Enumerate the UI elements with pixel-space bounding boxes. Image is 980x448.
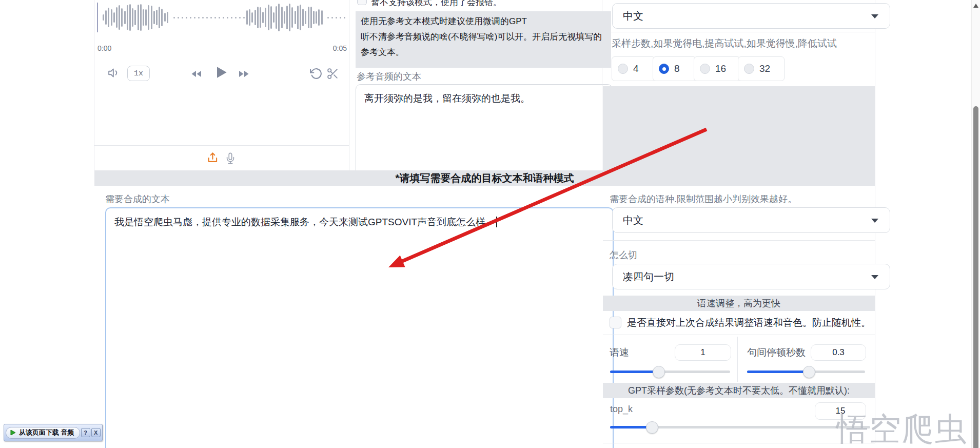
right-panel-spacer (603, 86, 875, 170)
radio-label: 4 (633, 63, 639, 74)
slider-fill (747, 371, 809, 373)
divider (603, 335, 875, 335)
slider-fill (610, 426, 652, 428)
reference-text-value: 离开须弥的是我，留在须弥的也是我。 (364, 93, 530, 104)
sampling-steps-option-16[interactable]: 16 (694, 56, 740, 81)
trim-scissors-icon[interactable] (325, 66, 340, 81)
speed-input[interactable]: 1 (675, 344, 731, 361)
play-download-icon (9, 429, 16, 436)
target-text-value: 我是悟空爬虫马彪，提供专业的数据采集服务，今天来测试GPTSOVIT声音到底怎么… (114, 217, 495, 227)
target-language-label: 需要合成的语种.限制范围越小判别效果越好。 (610, 193, 797, 205)
playback-speed-label: 1x (134, 69, 143, 78)
divider (603, 240, 875, 241)
reference-mode-info: 使用无参考文本模式时建议使用微调的GPT 听不清参考音频说的啥(不晓得写啥)可以… (356, 11, 611, 68)
player-current-time: 0:00 (97, 44, 111, 52)
chevron-down-icon (871, 14, 878, 18)
info-line: 使用无参考文本模式时建议使用微调的GPT (361, 14, 606, 29)
upload-icon[interactable] (206, 150, 219, 165)
sampling-steps-label: 采样步数,如果觉得电,提高试试,如果觉得慢,降低试试 (612, 37, 837, 50)
speed-section-header: 语速调整，高为更快 (603, 296, 875, 311)
speed-label: 语速 (610, 346, 629, 359)
reset-icon[interactable] (309, 66, 323, 81)
volume-icon[interactable] (107, 66, 122, 80)
divider (603, 443, 875, 443)
radio-label: 32 (759, 63, 770, 74)
no-reference-mode-checkbox[interactable] (357, 0, 367, 5)
divider (737, 337, 738, 382)
radio-icon (744, 64, 754, 74)
player-duration: 0:05 (312, 44, 347, 52)
gpt-params-header: GPT采样参数(无参考文本时不要太低。不懂就用默认): (603, 383, 875, 398)
pause-seconds-label: 句间停顿秒数 (747, 346, 806, 359)
microphone-icon[interactable] (224, 150, 237, 166)
chevron-down-icon (871, 275, 878, 279)
rewind-icon[interactable] (189, 67, 204, 81)
target-text-label: 需要合成的文本 (105, 193, 170, 205)
pause-seconds-slider[interactable] (747, 366, 865, 377)
speed-slider[interactable] (610, 366, 730, 377)
ref-language-dropdown[interactable]: 中文 (612, 3, 890, 29)
reference-text-input[interactable]: 离开须弥的是我，留在须弥的也是我。 (356, 84, 613, 181)
target-language-dropdown[interactable]: 中文 (612, 207, 890, 233)
cut-method-dropdown[interactable]: 凑四句一切 (612, 264, 890, 289)
radio-icon (618, 64, 628, 74)
sampling-steps-option-8[interactable]: 8 (653, 56, 696, 81)
play-icon[interactable] (212, 64, 230, 81)
scrollbar-thumb[interactable] (973, 106, 978, 448)
player-card-divider (94, 145, 349, 146)
adjust-last-result-label: 是否直接对上次合成结果调整语速和音色。防止随机性。 (627, 316, 871, 329)
audio-waveform[interactable] (96, 2, 347, 33)
topk-slider[interactable] (610, 421, 870, 433)
ref-language-value: 中文 (623, 9, 643, 23)
pause-seconds-input[interactable]: 0.3 (811, 344, 866, 361)
sampling-steps-option-4[interactable]: 4 (612, 56, 655, 81)
radio-icon (659, 64, 669, 74)
scrollbar[interactable] (971, 0, 980, 448)
pause-slider-handle[interactable] (803, 366, 815, 378)
column-divider (602, 0, 602, 170)
radio-icon (700, 64, 710, 74)
scroll-up-icon[interactable] (973, 4, 978, 8)
gpt-sovits-tts-page: 0:00 0:05 1x 暂不支持该模式，使用了会报错。 使用无参考文本模式时建… (0, 0, 980, 448)
text-caret (496, 217, 497, 227)
radio-label: 8 (674, 63, 680, 74)
topk-label: top_k (610, 404, 633, 415)
fast-forward-icon[interactable] (236, 67, 251, 81)
sampling-steps-option-32[interactable]: 32 (738, 56, 785, 81)
player-card-right-border (349, 0, 349, 170)
speed-slider-handle[interactable] (653, 366, 665, 378)
download-audio-button[interactable]: 从该页面下载 音频 (6, 427, 80, 439)
download-audio-label: 从该页面下载 音频 (19, 428, 74, 437)
slider-fill (610, 371, 658, 373)
download-notification-bar: 从该页面下载 音频 ? X (4, 424, 103, 441)
playback-speed-button[interactable]: 1x (127, 66, 150, 81)
download-close-button[interactable]: X (91, 428, 101, 437)
banner-required-note: *请填写需要合成的目标文本和语种模式 (94, 170, 875, 186)
watermark-text: 悟空爬虫 (836, 407, 968, 448)
info-line: 听不清参考音频说的啥(不晓得写啥)可以开。开启后无视填写的 (361, 29, 606, 45)
topk-slider-handle[interactable] (646, 421, 658, 434)
divider (603, 32, 875, 32)
chevron-down-icon (871, 219, 878, 223)
target-language-value: 中文 (623, 213, 643, 227)
no-reference-mode-label: 暂不支持该模式，使用了会报错。 (371, 0, 502, 8)
download-help-button[interactable]: ? (81, 428, 90, 437)
target-text-input[interactable]: 我是悟空爬虫马彪，提供专业的数据采集服务，今天来测试GPTSOVIT声音到底怎么… (105, 207, 614, 448)
info-line: 参考文本。 (361, 45, 606, 60)
radio-label: 16 (715, 63, 726, 74)
reference-text-label: 参考音频的文本 (357, 70, 421, 83)
cut-method-label: 怎么切 (610, 249, 637, 261)
adjust-last-result-checkbox[interactable] (610, 317, 621, 328)
cut-method-value: 凑四句一切 (623, 270, 674, 284)
